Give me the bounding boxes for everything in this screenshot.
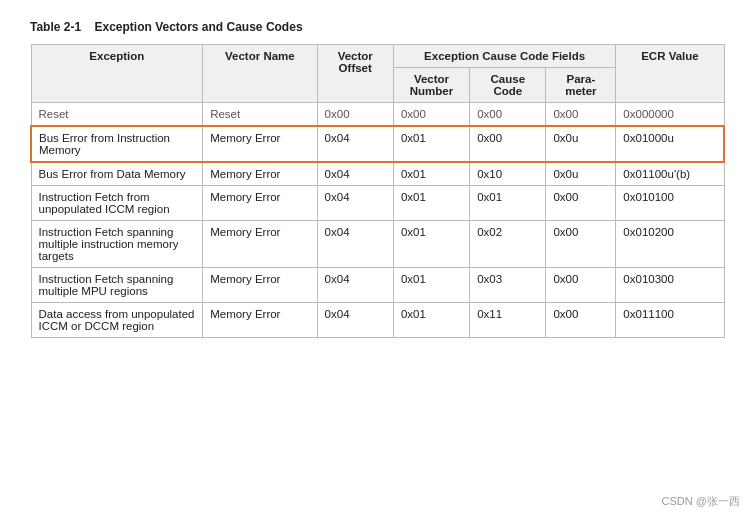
table-row: Instruction Fetch spanning multiple inst… — [31, 221, 724, 268]
cell-parameter: 0x00 — [546, 186, 616, 221]
cell-parameter: 0x00 — [546, 268, 616, 303]
th-parameter: Para-meter — [546, 68, 616, 103]
cell-ecr-value: 0x010200 — [616, 221, 724, 268]
cell-cause-code: 0x03 — [470, 268, 546, 303]
cell-vector-number: 0x01 — [393, 303, 469, 338]
cell-ecr-value: 0x011100 — [616, 303, 724, 338]
cell-exception: Data access from unpopulated ICCM or DCC… — [31, 303, 203, 338]
cell-vector-offset: 0x04 — [317, 268, 393, 303]
cell-vector-offset: 0x04 — [317, 162, 393, 186]
th-vector-offset: Vector Offset — [317, 45, 393, 103]
cell-ecr-value: 0x010100 — [616, 186, 724, 221]
cell-vector-offset: 0x00 — [317, 103, 393, 127]
cell-cause-code: 0x00 — [470, 126, 546, 162]
cell-vector-number: 0x01 — [393, 126, 469, 162]
cell-vector-name: Reset — [203, 103, 317, 127]
watermark: CSDN @张一西 — [662, 494, 740, 509]
cell-ecr-value: 0x01000u — [616, 126, 724, 162]
th-vector-name: Vector Name — [203, 45, 317, 103]
cell-ecr-value: 0x000000 — [616, 103, 724, 127]
table-row: Data access from unpopulated ICCM or DCC… — [31, 303, 724, 338]
cell-cause-code: 0x11 — [470, 303, 546, 338]
cell-vector-name: Memory Error — [203, 221, 317, 268]
table-row: Bus Error from Instruction MemoryMemory … — [31, 126, 724, 162]
th-vector-number: Vector Number — [393, 68, 469, 103]
cell-exception: Bus Error from Data Memory — [31, 162, 203, 186]
cell-parameter: 0x00 — [546, 303, 616, 338]
table-row: Instruction Fetch from unpopulated ICCM … — [31, 186, 724, 221]
cell-cause-code: 0x02 — [470, 221, 546, 268]
cell-vector-number: 0x01 — [393, 268, 469, 303]
cell-vector-offset: 0x04 — [317, 126, 393, 162]
cell-vector-offset: 0x04 — [317, 303, 393, 338]
cell-exception: Instruction Fetch from unpopulated ICCM … — [31, 186, 203, 221]
cell-vector-number: 0x01 — [393, 186, 469, 221]
th-ecr-value: ECR Value — [616, 45, 724, 103]
th-cause-code-fields: Exception Cause Code Fields — [393, 45, 615, 68]
cell-parameter: 0x0u — [546, 126, 616, 162]
cell-vector-number: 0x00 — [393, 103, 469, 127]
cell-parameter: 0x00 — [546, 103, 616, 127]
page: Table 2-1 Exception Vectors and Cause Co… — [0, 0, 755, 519]
cell-cause-code: 0x01 — [470, 186, 546, 221]
cell-vector-name: Memory Error — [203, 303, 317, 338]
cell-vector-offset: 0x04 — [317, 221, 393, 268]
exception-table: Exception Vector Name Vector Offset Exce… — [30, 44, 725, 338]
table-title: Table 2-1 Exception Vectors and Cause Co… — [30, 20, 725, 34]
cell-cause-code: 0x10 — [470, 162, 546, 186]
cell-vector-offset: 0x04 — [317, 186, 393, 221]
table-caption: Exception Vectors and Cause Codes — [94, 20, 302, 34]
table-row: ResetReset0x000x000x000x000x000000 — [31, 103, 724, 127]
th-cause-code: Cause Code — [470, 68, 546, 103]
cell-vector-name: Memory Error — [203, 126, 317, 162]
cell-vector-name: Memory Error — [203, 186, 317, 221]
table-row: Bus Error from Data MemoryMemory Error0x… — [31, 162, 724, 186]
cell-ecr-value: 0x010300 — [616, 268, 724, 303]
cell-exception: Instruction Fetch spanning multiple inst… — [31, 221, 203, 268]
cell-vector-number: 0x01 — [393, 221, 469, 268]
cell-exception: Reset — [31, 103, 203, 127]
cell-exception: Instruction Fetch spanning multiple MPU … — [31, 268, 203, 303]
cell-parameter: 0x0u — [546, 162, 616, 186]
cell-vector-name: Memory Error — [203, 162, 317, 186]
table-number: Table 2-1 — [30, 20, 81, 34]
cell-exception: Bus Error from Instruction Memory — [31, 126, 203, 162]
cell-cause-code: 0x00 — [470, 103, 546, 127]
cell-vector-number: 0x01 — [393, 162, 469, 186]
th-exception: Exception — [31, 45, 203, 103]
cell-vector-name: Memory Error — [203, 268, 317, 303]
cell-ecr-value: 0x01100u'(b) — [616, 162, 724, 186]
table-row: Instruction Fetch spanning multiple MPU … — [31, 268, 724, 303]
cell-parameter: 0x00 — [546, 221, 616, 268]
